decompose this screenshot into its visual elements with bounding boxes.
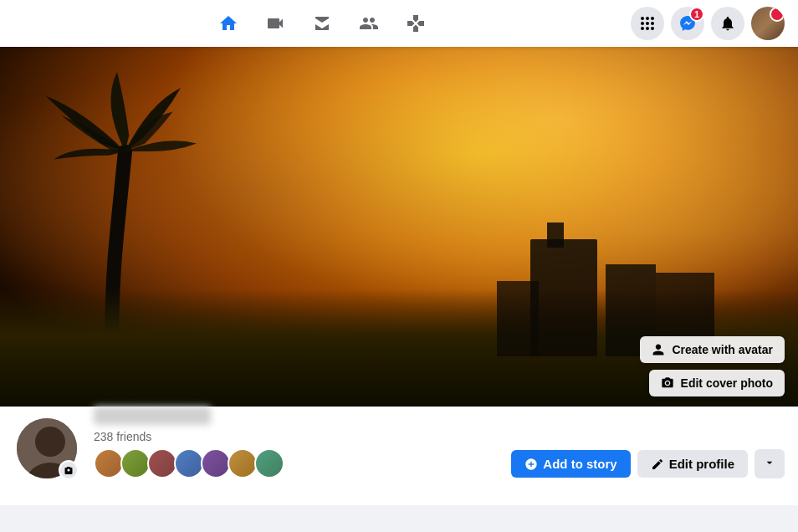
create-with-avatar-button[interactable]: Create with avatar — [640, 336, 785, 363]
svg-rect-10 — [547, 223, 564, 248]
messenger-badge: 1 — [689, 7, 704, 22]
avatar-badge — [770, 7, 785, 22]
svg-point-4 — [646, 22, 649, 25]
profile-row: 238 friends — [13, 407, 785, 492]
svg-point-2 — [651, 17, 654, 20]
svg-point-3 — [641, 22, 644, 25]
messenger-button[interactable]: 1 — [671, 7, 704, 40]
profile-info: 238 friends — [94, 407, 284, 482]
friend-avatar-4 — [174, 448, 204, 478]
create-with-avatar-label: Create with avatar — [672, 343, 773, 356]
svg-point-16 — [35, 427, 65, 457]
svg-point-6 — [641, 27, 644, 30]
svg-point-1 — [646, 17, 649, 20]
top-navigation: 1 — [0, 0, 798, 47]
cover-action-buttons: Create with avatar Edit cover photo — [640, 336, 785, 396]
friend-avatar-3 — [147, 448, 177, 478]
add-to-story-button[interactable]: Add to story — [511, 450, 630, 478]
friends-count: 238 friends — [94, 430, 284, 443]
camera-icon-badge[interactable] — [59, 460, 79, 480]
groups-nav-button[interactable] — [349, 3, 389, 43]
profile-avatar-button[interactable] — [751, 7, 785, 40]
edit-cover-photo-button[interactable]: Edit cover photo — [649, 370, 785, 396]
profile-avatar-wrapper — [13, 415, 80, 482]
main-content: Create with avatar Edit cover photo — [0, 47, 798, 505]
grid-menu-button[interactable] — [631, 7, 664, 40]
friend-avatar-7 — [254, 448, 284, 478]
svg-point-14 — [666, 381, 669, 385]
profile-name-blurred — [94, 407, 211, 425]
profile-section: 238 friends — [0, 407, 798, 505]
nav-center — [208, 3, 436, 43]
gaming-nav-button[interactable] — [396, 3, 436, 43]
friends-avatars — [94, 448, 284, 478]
edit-profile-label: Edit profile — [669, 457, 734, 471]
friend-avatar-1 — [94, 448, 124, 478]
friend-avatar-2 — [120, 448, 151, 478]
svg-rect-12 — [497, 281, 539, 356]
edit-cover-photo-label: Edit cover photo — [681, 376, 773, 390]
svg-rect-9 — [530, 239, 597, 356]
video-nav-button[interactable] — [255, 3, 295, 43]
buildings-silhouette — [463, 206, 714, 356]
svg-point-0 — [641, 17, 644, 20]
profile-left: 238 friends — [13, 407, 284, 482]
svg-point-5 — [651, 22, 654, 25]
profile-actions: Add to story Edit profile — [511, 449, 785, 482]
cover-photo-container: Create with avatar Edit cover photo — [0, 47, 798, 407]
friend-avatar-6 — [228, 448, 258, 478]
more-options-button[interactable] — [755, 449, 785, 478]
friend-avatar-5 — [201, 448, 231, 478]
home-nav-button[interactable] — [208, 3, 248, 43]
edit-profile-button[interactable]: Edit profile — [637, 450, 748, 478]
nav-right: 1 — [631, 7, 785, 40]
notifications-button[interactable] — [711, 7, 744, 40]
marketplace-nav-button[interactable] — [302, 3, 342, 43]
svg-point-8 — [651, 27, 654, 30]
add-to-story-label: Add to story — [543, 457, 616, 471]
svg-point-7 — [646, 27, 649, 30]
